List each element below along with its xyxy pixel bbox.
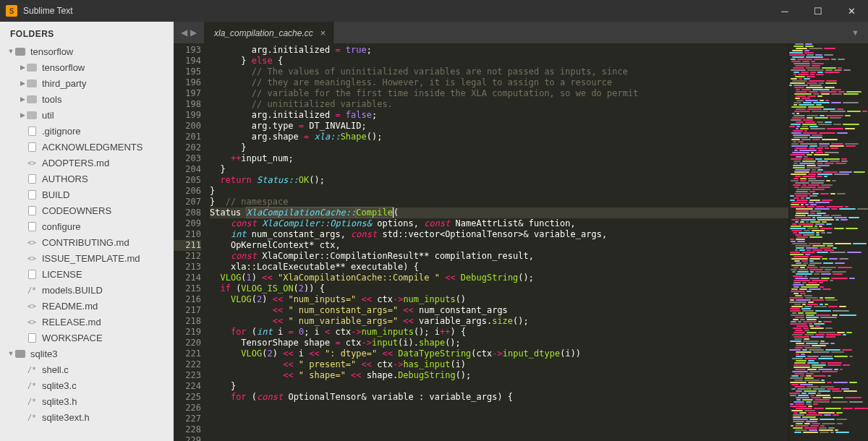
line-gutter: 1931941951961971981992002012022032042052…: [174, 43, 210, 441]
markdown-icon: <>: [26, 316, 38, 327]
chevron-right-icon: ▶: [19, 95, 26, 103]
folder-icon: [26, 93, 38, 105]
tree-label: README.md: [42, 301, 98, 312]
app-icon: S: [6, 5, 17, 17]
chevron-right-icon: ▶: [19, 111, 26, 119]
file-icon: [26, 125, 38, 137]
tree-file[interactable]: WORKSPACE: [0, 330, 174, 346]
titlebar: S Sublime Text ─ ☐ ✕: [0, 0, 868, 22]
tree-file[interactable]: <>README.md: [0, 298, 174, 314]
tree-label: ACKNOWLEDGMENTS: [42, 142, 142, 153]
markdown-icon: <>: [26, 157, 38, 168]
nav-back-icon[interactable]: ◀: [181, 27, 187, 38]
tree-label: sqlite3: [30, 348, 58, 359]
tree-file[interactable]: configure: [0, 218, 174, 234]
tree-label: AUTHORS: [42, 174, 88, 184]
tree-folder[interactable]: ▶third_party: [0, 75, 174, 91]
markdown-icon: <>: [26, 236, 38, 248]
markdown-icon: <>: [26, 252, 38, 264]
tree-label: ISSUE_TEMPLATE.md: [42, 253, 140, 264]
chevron-down-icon: ▼: [7, 350, 14, 357]
chevron-right-icon: ▶: [19, 80, 26, 87]
folder-icon: [26, 61, 38, 73]
tree-file[interactable]: BUILD: [0, 187, 174, 202]
tree-label: WORKSPACE: [42, 333, 103, 343]
tree-file[interactable]: <>ISSUE_TEMPLATE.md: [0, 250, 174, 266]
folder-icon: [26, 77, 38, 89]
tree-file[interactable]: /*sqlite3.h: [0, 393, 174, 409]
tree-folder[interactable]: ▼sqlite3: [0, 346, 174, 361]
tree-folder[interactable]: ▼tensorflow: [0, 43, 174, 59]
file-icon: [26, 268, 38, 280]
tree-file[interactable]: AUTHORS: [0, 171, 174, 187]
tree-file[interactable]: /*sqlite3.c: [0, 377, 174, 393]
tree-file[interactable]: <>RELEASE.md: [0, 314, 174, 330]
file-icon: [26, 189, 38, 200]
tree-folder[interactable]: ▶tensorflow: [0, 59, 174, 75]
tree-file[interactable]: /*models.BUILD: [0, 282, 174, 298]
tree-file[interactable]: <>CONTRIBUTING.md: [0, 234, 174, 250]
tree-label: CODEOWNERS: [42, 205, 111, 216]
tree-label: third_party: [42, 78, 86, 89]
close-button[interactable]: ✕: [835, 0, 868, 22]
sidebar-title: FOLDERS: [0, 22, 174, 43]
tab-close-icon[interactable]: ×: [320, 27, 326, 38]
code-editor[interactable]: arg.initialized = true; } else { // The …: [210, 43, 788, 441]
code-file-icon: /*: [26, 364, 38, 375]
file-tab[interactable]: xla_compilation_cache.cc ×: [204, 22, 333, 43]
tree-label: ADOPTERS.md: [42, 158, 109, 168]
folder-open-icon: [14, 46, 26, 57]
folder-icon: [26, 109, 38, 121]
tab-label: xla_compilation_cache.cc: [214, 28, 313, 38]
tree-file[interactable]: LICENSE: [0, 266, 174, 282]
minimize-button[interactable]: ─: [768, 0, 801, 22]
code-file-icon: /*: [26, 395, 38, 407]
tree-file[interactable]: <>ADOPTERS.md: [0, 155, 174, 171]
file-icon: [26, 205, 38, 216]
markdown-icon: <>: [26, 300, 38, 312]
tree-file[interactable]: /*shell.c: [0, 361, 174, 377]
chevron-right-icon: ▶: [19, 64, 26, 71]
folder-open-icon: [14, 348, 26, 359]
file-icon: [26, 141, 38, 153]
tree-label: sqlite3ext.h: [42, 412, 90, 423]
file-icon: [26, 220, 38, 232]
tree-file[interactable]: /*sqlite3ext.h: [0, 409, 174, 425]
file-icon: [26, 332, 38, 343]
folder-sidebar: FOLDERS ▼tensorflow▶tensorflow▶third_par…: [0, 22, 174, 441]
tree-file[interactable]: CODEOWNERS: [0, 202, 174, 218]
tree-label: sqlite3.h: [42, 396, 77, 407]
chevron-down-icon: ▼: [7, 48, 14, 55]
maximize-button[interactable]: ☐: [801, 0, 835, 22]
tree-label: sqlite3.c: [42, 380, 77, 391]
tree-label: RELEASE.md: [42, 317, 101, 327]
tree-label: configure: [42, 221, 80, 232]
code-file-icon: /*: [26, 284, 38, 296]
tree-label: tensorflow: [42, 62, 85, 73]
nav-forward-icon[interactable]: ▶: [190, 27, 197, 38]
tree-label: models.BUILD: [42, 285, 103, 296]
tree-label: tensorflow: [30, 46, 73, 57]
tree-file[interactable]: .gitignore: [0, 123, 174, 139]
tree-label: tools: [42, 94, 61, 105]
minimap[interactable]: [788, 43, 868, 441]
tree-file[interactable]: ACKNOWLEDGMENTS: [0, 139, 174, 155]
tree-label: .gitignore: [42, 126, 80, 137]
tree-label: BUILD: [42, 189, 69, 200]
code-file-icon: /*: [26, 380, 38, 391]
tree-label: LICENSE: [42, 269, 82, 280]
file-icon: [26, 173, 38, 184]
code-file-icon: /*: [26, 411, 38, 423]
tree-folder[interactable]: ▶tools: [0, 91, 174, 107]
tree-label: CONTRIBUTING.md: [42, 237, 129, 248]
tree-folder[interactable]: ▶util: [0, 107, 174, 123]
tree-label: shell.c: [42, 364, 69, 375]
tab-bar: ◀ ▶ xla_compilation_cache.cc × ▼: [174, 22, 868, 43]
tree-label: util: [42, 110, 54, 121]
editor-area: ◀ ▶ xla_compilation_cache.cc × ▼ 1931941…: [174, 22, 868, 441]
tab-overflow-icon[interactable]: ▼: [843, 28, 868, 37]
app-title: Sublime Text: [23, 6, 768, 16]
